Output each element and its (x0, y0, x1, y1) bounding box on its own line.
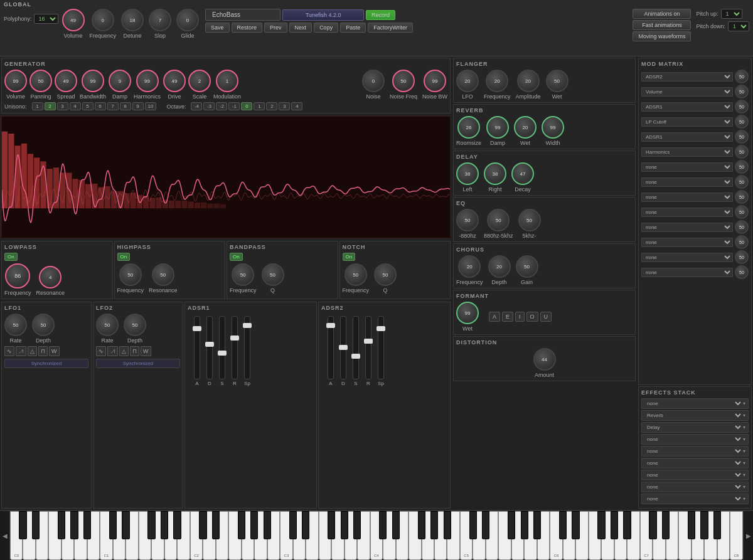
formant-i-btn[interactable]: I (515, 312, 525, 322)
lp-res-knob[interactable]: 4 (39, 266, 61, 288)
mod-knob-13[interactable]: 50 (735, 265, 749, 279)
black-key[interactable] (147, 511, 155, 539)
black-key[interactable] (32, 511, 40, 539)
prev-button[interactable]: Prev (264, 23, 287, 33)
black-key[interactable] (623, 511, 631, 539)
effects-select-6[interactable]: none (644, 472, 743, 478)
octave-4[interactable]: 4 (291, 102, 302, 110)
next-button[interactable]: Next (289, 23, 312, 33)
noise-knob[interactable]: 0 (362, 70, 385, 92)
effects-select-8[interactable]: none (644, 495, 743, 502)
distortion-amount-knob[interactable]: 44 (533, 348, 556, 371)
black-key[interactable] (302, 511, 309, 539)
lfo2-wave-saw[interactable]: ⩘ (107, 346, 118, 356)
unisono-2[interactable]: 2 (45, 102, 56, 110)
mod-knob-6[interactable]: 50 (735, 160, 749, 174)
black-key[interactable] (688, 511, 695, 539)
mod-knob-7[interactable]: 50 (735, 175, 749, 189)
mod-source-11[interactable]: none (641, 238, 733, 247)
lfo1-wave-sine[interactable]: ∿ (4, 346, 14, 356)
lfo1-sync-btn[interactable]: Synchronized (4, 359, 88, 368)
white-key[interactable]: C8 (730, 511, 742, 560)
mod-knob-4[interactable]: 50 (735, 130, 749, 144)
effects-select-0[interactable]: none (644, 400, 743, 407)
mod-source-2[interactable]: ADSR1 (641, 102, 733, 112)
eq-high-knob[interactable]: 50 (518, 209, 541, 231)
adsr1-r-slider[interactable] (232, 316, 238, 379)
black-key[interactable] (572, 511, 579, 539)
notch-on-btn[interactable]: On (343, 253, 356, 261)
reverb-width-knob[interactable]: 99 (542, 116, 564, 139)
black-key[interactable] (700, 511, 708, 539)
global-detune-knob[interactable]: 18 (121, 9, 144, 31)
octave-n3[interactable]: -3 (203, 102, 215, 110)
black-key[interactable] (379, 511, 387, 539)
black-key[interactable] (649, 511, 656, 539)
chorus-depth-knob[interactable]: 20 (488, 255, 511, 278)
pitch-down-select[interactable]: 1 (728, 21, 749, 31)
black-key[interactable] (482, 511, 489, 539)
mod-knob-10[interactable]: 50 (735, 220, 749, 234)
copy-button[interactable]: Copy (314, 23, 338, 33)
octave-0[interactable]: 0 (241, 102, 252, 110)
lfo1-rate-knob[interactable]: 50 (4, 314, 27, 336)
gen-bandwidth-knob[interactable]: 99 (82, 70, 104, 92)
lfo2-wave-tri[interactable]: △ (119, 346, 129, 356)
delay-left-knob[interactable]: 38 (456, 162, 479, 185)
unisono-9[interactable]: 9 (132, 102, 144, 110)
noise-bw-knob[interactable]: 99 (424, 70, 446, 92)
mod-source-5[interactable]: Harmonics (641, 147, 733, 157)
fast-animations-button[interactable]: Fast animations (633, 20, 691, 30)
lowpass-on-btn[interactable]: On (4, 253, 18, 261)
black-key[interactable] (199, 511, 206, 539)
black-key[interactable] (533, 511, 541, 539)
unisono-7[interactable]: 7 (107, 102, 119, 110)
lfo2-depth-knob[interactable]: 50 (124, 314, 146, 336)
unisono-5[interactable]: 5 (82, 102, 93, 110)
reverb-wet-knob[interactable]: 20 (514, 116, 537, 139)
lfo1-wave-rand[interactable]: W (49, 346, 60, 356)
black-key[interactable] (109, 511, 117, 539)
delay-decay-knob[interactable]: 47 (511, 162, 534, 185)
black-key[interactable] (212, 511, 220, 539)
black-key[interactable] (430, 511, 438, 539)
mod-source-7[interactable]: none (641, 177, 733, 187)
black-key[interactable] (662, 511, 670, 539)
mod-knob-12[interactable]: 50 (735, 250, 749, 264)
black-key[interactable] (559, 511, 567, 539)
black-key[interactable] (444, 511, 451, 539)
adsr2-sp-slider[interactable] (378, 316, 384, 379)
adsr2-s-slider[interactable] (353, 316, 359, 379)
black-key[interactable] (58, 511, 65, 539)
mod-source-13[interactable]: none (641, 268, 733, 277)
polyphony-select[interactable]: 168432 (34, 14, 58, 24)
pitch-up-select[interactable]: 1 (721, 9, 742, 19)
black-key[interactable] (328, 511, 335, 539)
keyboard-scroll-right[interactable]: ▶ (743, 511, 753, 560)
lfo2-sync-btn[interactable]: Synchronized (96, 359, 180, 368)
effects-select-7[interactable]: none (644, 483, 743, 490)
formant-u-btn[interactable]: U (540, 312, 552, 322)
adsr1-sp-slider[interactable] (244, 316, 250, 379)
mod-knob-2[interactable]: 50 (735, 100, 749, 114)
octave-n2[interactable]: -2 (216, 102, 227, 110)
black-key[interactable] (250, 511, 258, 539)
mod-knob-5[interactable]: 50 (735, 145, 749, 159)
formant-wet-knob[interactable]: 99 (456, 302, 479, 324)
mod-knob-3[interactable]: 50 (735, 115, 749, 129)
mod-source-0[interactable]: ADSR2 (641, 72, 733, 82)
black-key[interactable] (238, 511, 245, 539)
octave-3[interactable]: 3 (279, 102, 290, 110)
mod-knob-1[interactable]: 50 (735, 85, 749, 98)
global-frequency-knob[interactable]: 0 (92, 9, 114, 31)
effects-select-1[interactable]: Reverb (644, 412, 743, 419)
octave-n4[interactable]: -4 (191, 102, 202, 110)
black-key[interactable] (508, 511, 515, 539)
black-key[interactable] (70, 511, 78, 539)
gen-spread-knob[interactable]: 49 (55, 70, 77, 92)
lfo1-depth-knob[interactable]: 50 (32, 314, 55, 336)
effects-select-4[interactable]: none (644, 448, 743, 455)
octave-n1[interactable]: -1 (228, 102, 240, 110)
highpass-on-btn[interactable]: On (117, 253, 131, 261)
flanger-amp-knob[interactable]: 20 (517, 70, 540, 92)
